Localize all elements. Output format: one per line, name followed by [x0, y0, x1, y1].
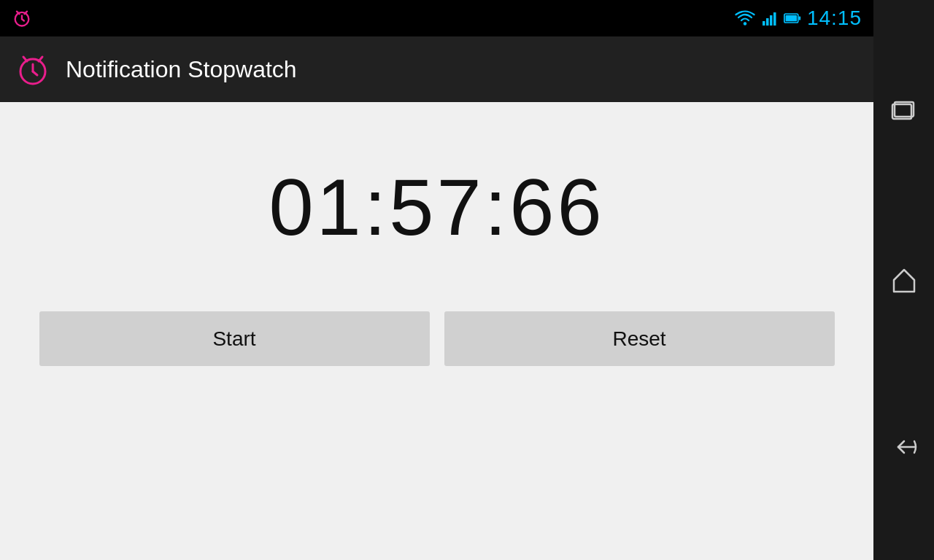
svg-point-5 [744, 22, 746, 25]
status-bar-left [12, 8, 32, 28]
reset-button[interactable]: Reset [444, 311, 835, 366]
back-button[interactable] [882, 425, 926, 469]
home-button[interactable] [882, 258, 926, 302]
status-time: 14:15 [807, 7, 862, 30]
alarm-status-icon [12, 8, 32, 28]
svg-rect-6 [763, 21, 765, 26]
signal-icon [762, 10, 778, 26]
status-bar-right: 14:15 [734, 7, 862, 30]
buttons-row: Start Reset [25, 311, 849, 366]
back-icon [888, 431, 920, 463]
recent-apps-icon [888, 97, 920, 129]
nav-bar [873, 0, 934, 560]
svg-rect-12 [785, 15, 796, 22]
battery-icon [784, 10, 801, 26]
recent-apps-button[interactable] [882, 91, 926, 135]
start-button[interactable]: Start [39, 311, 430, 366]
stopwatch-display: 01:57:66 [269, 160, 604, 253]
wifi-icon [734, 10, 756, 26]
home-icon [888, 264, 920, 296]
svg-rect-9 [773, 12, 776, 26]
app-title: Notification Stopwatch [66, 56, 297, 83]
svg-rect-7 [766, 18, 769, 26]
app-header-icon [15, 51, 51, 88]
main-content: 01:57:66 Start Reset [0, 102, 873, 560]
status-bar: 14:15 [0, 0, 873, 36]
app-area: 14:15 Notification Stopwatch 01:57:66 St… [0, 0, 873, 560]
svg-line-16 [23, 57, 27, 61]
svg-rect-11 [798, 16, 800, 20]
svg-rect-8 [770, 15, 773, 26]
svg-line-17 [39, 57, 42, 61]
svg-line-15 [33, 71, 37, 75]
app-header: Notification Stopwatch [0, 36, 873, 102]
svg-line-2 [22, 19, 24, 20]
